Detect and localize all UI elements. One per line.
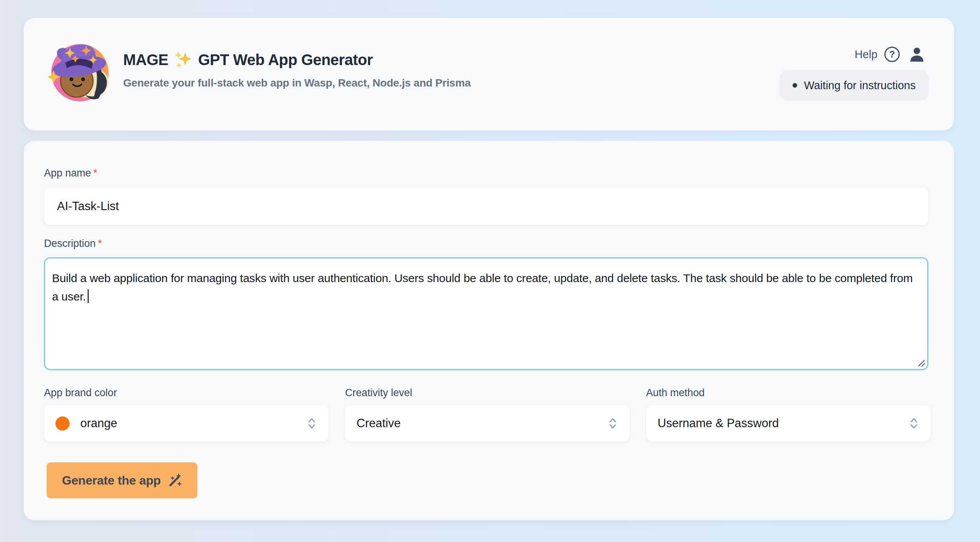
brand-color-select[interactable]: orange	[44, 405, 329, 442]
header-card: MAGE GPT Web App Generator Generate your…	[24, 18, 954, 131]
question-mark-circle-icon[interactable]	[884, 47, 900, 62]
description-textarea-wrap: Build a web application for managing tas…	[44, 257, 928, 370]
brand-color-value: orange	[80, 416, 306, 430]
resize-handle-icon[interactable]	[917, 359, 925, 367]
creativity-label: Creativity level	[345, 386, 630, 400]
app-name-label-text: App name	[44, 167, 91, 179]
header-actions: Help	[855, 46, 925, 63]
generate-app-button-label: Generate the app	[62, 473, 161, 488]
text-caret	[88, 289, 89, 303]
magic-wand-icon	[168, 473, 182, 488]
creativity-value: Creative	[357, 416, 607, 430]
auth-method-value: Username & Password	[658, 416, 908, 430]
auth-method-field: Auth method Username & Password	[646, 386, 931, 442]
description-textarea[interactable]: Build a web application for managing tas…	[44, 257, 928, 370]
chevron-up-down-icon	[908, 416, 919, 430]
title-block: MAGE GPT Web App Generator Generate your…	[123, 50, 470, 90]
auth-method-select[interactable]: Username & Password	[646, 405, 931, 442]
form-card: App name* Description* Build a web appli…	[24, 141, 954, 520]
generate-app-button[interactable]: Generate the app	[47, 462, 197, 498]
status-badge: Waiting for instructions	[780, 70, 929, 101]
chevron-up-down-icon	[607, 416, 618, 430]
help-link[interactable]: Help	[855, 48, 877, 61]
brand-color-label: App brand color	[44, 386, 329, 400]
description-label: Description*	[44, 237, 102, 250]
page-title: MAGE GPT Web App Generator	[123, 50, 470, 69]
required-asterisk: *	[98, 238, 102, 249]
description-text: Build a web application for managing tas…	[52, 272, 913, 303]
chevron-up-down-icon	[306, 416, 317, 430]
sparkles-icon	[174, 51, 192, 69]
app-name-label: App name*	[44, 166, 98, 180]
orange-color-dot-icon	[55, 416, 70, 431]
description-label-text: Description	[44, 238, 96, 249]
brand-color-field: App brand color orange	[44, 386, 329, 442]
mage-wizard-bee-logo	[48, 41, 110, 103]
app-name-input[interactable]	[44, 188, 928, 225]
creativity-select[interactable]: Creative	[345, 405, 630, 442]
title-prefix: MAGE	[123, 50, 168, 69]
required-asterisk: *	[93, 167, 98, 179]
page-subtitle: Generate your full-stack web app in Wasp…	[123, 76, 470, 90]
auth-method-label: Auth method	[646, 386, 931, 400]
dot-icon	[793, 83, 797, 88]
title-suffix: GPT Web App Generator	[198, 50, 373, 69]
creativity-field: Creativity level Creative	[345, 386, 630, 442]
status-text: Waiting for instructions	[804, 79, 916, 92]
person-icon[interactable]	[909, 46, 925, 62]
